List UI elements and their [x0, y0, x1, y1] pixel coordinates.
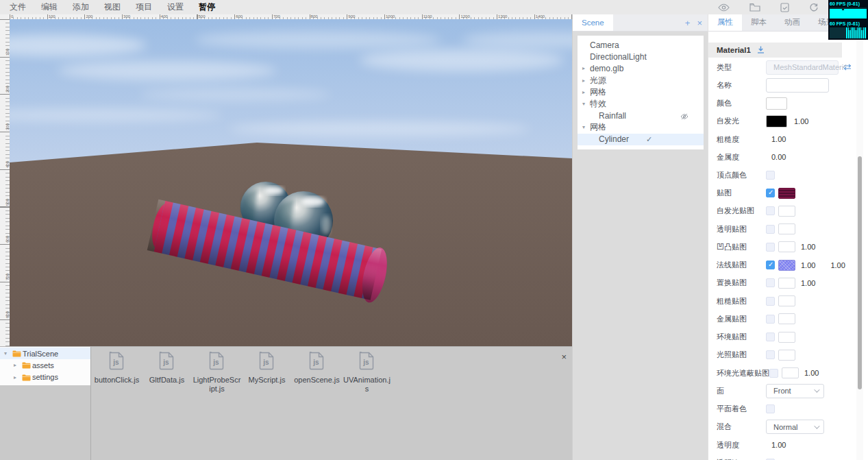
- number-field[interactable]: 0.00: [771, 153, 786, 161]
- file-name: UVAnimation.js: [343, 376, 391, 393]
- swap-icon[interactable]: [843, 61, 852, 73]
- file-GltfData.js[interactable]: jsGltfData.js: [142, 350, 192, 393]
- fps-stats-widget[interactable]: 60 FPS (0-61) 60 FPS (0-61): [828, 0, 868, 40]
- save-document-icon[interactable]: [780, 3, 789, 12]
- number-field[interactable]: 1.00: [801, 261, 815, 269]
- scene-tree-item-directionallight[interactable]: DirectionalLight: [578, 51, 704, 62]
- checkbox-环境贴图[interactable]: [766, 332, 775, 341]
- explorer-item-assets[interactable]: ▸assets: [0, 359, 90, 371]
- select-类型[interactable]: MeshStandardMateri: [766, 60, 839, 75]
- chevron-right-icon[interactable]: ▸: [14, 362, 16, 368]
- checkbox-环境光遮蔽贴图[interactable]: [769, 369, 778, 378]
- texture-slot-环境光遮蔽贴图[interactable]: [782, 367, 799, 378]
- menu-item-4[interactable]: 项目: [136, 1, 152, 13]
- scrollbar-thumb[interactable]: [858, 156, 862, 389]
- tab-scene[interactable]: Scene: [573, 14, 613, 31]
- checkbox-顶点颜色[interactable]: [766, 171, 775, 180]
- select-面[interactable]: Front: [766, 384, 824, 398]
- number-field[interactable]: 1.00: [804, 369, 819, 377]
- tree-item-label: 网格: [590, 86, 606, 98]
- texture-slot-粗糙贴图[interactable]: [778, 295, 795, 306]
- file-LightProbeScript.js[interactable]: jsLightProbeScript.js: [192, 350, 242, 393]
- scene-tree-item-rainfall[interactable]: Rainfall: [578, 110, 704, 121]
- checkbox-光照贴图[interactable]: [766, 350, 775, 359]
- add-scene-button[interactable]: +: [685, 19, 691, 27]
- color-swatch-颜色[interactable]: [766, 97, 787, 110]
- texture-slot-金属贴图[interactable]: [778, 313, 795, 324]
- download-material-icon[interactable]: [757, 44, 765, 56]
- file-buttonClick.js[interactable]: jsbuttonClick.js: [92, 350, 142, 393]
- prop-label: 面: [717, 386, 766, 396]
- select-value: Front: [773, 387, 791, 395]
- checkbox-透明贴图[interactable]: [766, 225, 775, 234]
- texture-slot-透明贴图[interactable]: [778, 223, 795, 234]
- scene-tree-item-cylinder[interactable]: Cylinder✓: [578, 134, 704, 145]
- checkbox-凹凸贴图[interactable]: [766, 243, 775, 252]
- open-folder-icon[interactable]: [749, 3, 760, 12]
- number-field[interactable]: 1.00: [830, 261, 845, 269]
- chevron-down-icon[interactable]: ▾: [4, 350, 7, 356]
- tab-animation[interactable]: 动画: [776, 14, 809, 31]
- scene-tree-item-网格[interactable]: ▾网格: [578, 121, 704, 133]
- texture-slot-法线贴图[interactable]: [778, 260, 795, 271]
- chevron-right-icon[interactable]: ▸: [582, 65, 585, 71]
- file-UVAnimation.js[interactable]: jsUVAnimation.js: [342, 350, 392, 393]
- select-混合[interactable]: Normal: [766, 420, 824, 434]
- checkbox-金属贴图[interactable]: [766, 315, 775, 324]
- texture-slot-光照贴图[interactable]: [778, 350, 795, 361]
- texture-slot-贴图[interactable]: [778, 188, 795, 199]
- color-swatch-自发光[interactable]: [766, 115, 787, 128]
- menu-item-2[interactable]: 添加: [73, 1, 89, 13]
- name-field[interactable]: [766, 78, 829, 93]
- texture-slot-环境贴图[interactable]: [778, 332, 795, 343]
- scene-tree-item-网格[interactable]: ▸网格: [578, 86, 704, 98]
- checkbox-自发光贴图[interactable]: [766, 206, 775, 215]
- prop-label: 置换贴图: [717, 278, 766, 288]
- menu-item-5[interactable]: 设置: [167, 1, 184, 13]
- checkbox-贴图[interactable]: [766, 189, 775, 197]
- scene-tree-item-camera[interactable]: Camera: [578, 39, 704, 51]
- chevron-right-icon[interactable]: ▸: [582, 89, 585, 95]
- file-openScene.js[interactable]: jsopenScene.js: [292, 350, 342, 393]
- menu-item-0[interactable]: 文件: [10, 1, 26, 13]
- eye-off-icon[interactable]: [680, 112, 689, 122]
- prop-row-透明度: 透明度1.00: [708, 436, 859, 454]
- chevron-down-icon[interactable]: ▾: [582, 124, 585, 130]
- prop-label: 环境光遮蔽贴图: [717, 368, 769, 378]
- scene-tree-item-光源[interactable]: ▸光源: [578, 75, 704, 86]
- close-scene-button[interactable]: ×: [697, 19, 702, 27]
- properties-scrollbar[interactable]: ▼: [856, 32, 863, 460]
- number-field[interactable]: 1.00: [794, 117, 808, 125]
- refresh-icon[interactable]: [809, 3, 819, 12]
- number-field[interactable]: 1.00: [801, 279, 815, 287]
- texture-slot-自发光贴图[interactable]: [778, 206, 795, 217]
- pause-toggle[interactable]: 暂停: [199, 1, 215, 13]
- number-field[interactable]: 1.00: [771, 135, 786, 143]
- texture-slot-凹凸贴图[interactable]: [778, 241, 795, 252]
- checkbox-法线贴图[interactable]: [766, 261, 775, 269]
- explorer-item-trialscene[interactable]: ▾TrialScene: [0, 348, 90, 359]
- tab-properties[interactable]: 属性: [708, 14, 742, 31]
- number-field[interactable]: 1.00: [801, 243, 815, 251]
- prop-row-环境光遮蔽贴图: 环境光遮蔽贴图1.00: [708, 364, 859, 382]
- file-MyScript.js[interactable]: jsMyScript.js: [242, 350, 292, 393]
- viewport-canvas[interactable]: [10, 19, 572, 346]
- explorer-item-settings[interactable]: ▸settings: [0, 372, 90, 383]
- close-assets-panel-button[interactable]: ×: [561, 352, 567, 361]
- menu-item-3[interactable]: 视图: [104, 1, 121, 13]
- preview-eye-icon[interactable]: [718, 3, 730, 12]
- number-field[interactable]: 1.00: [771, 441, 786, 449]
- texture-slot-置换贴图[interactable]: [778, 278, 795, 289]
- prop-label: 名称: [717, 80, 766, 90]
- chevron-right-icon[interactable]: ▸: [582, 77, 585, 84]
- tab-script[interactable]: 脚本: [742, 14, 776, 31]
- chevron-right-icon[interactable]: ▸: [14, 374, 16, 380]
- checkbox-平面着色[interactable]: [766, 404, 775, 413]
- scene-tree-item-特效[interactable]: ▾特效: [578, 98, 704, 110]
- menu-item-1[interactable]: 编辑: [41, 1, 58, 13]
- checkbox-置换贴图[interactable]: [766, 278, 775, 287]
- chevron-down-icon[interactable]: ▾: [582, 101, 585, 107]
- checkbox-粗糙贴图[interactable]: [766, 297, 775, 306]
- prop-row-贴图: 贴图: [708, 184, 859, 202]
- scene-tree-item-demo.glb[interactable]: ▸demo.glb: [578, 62, 704, 74]
